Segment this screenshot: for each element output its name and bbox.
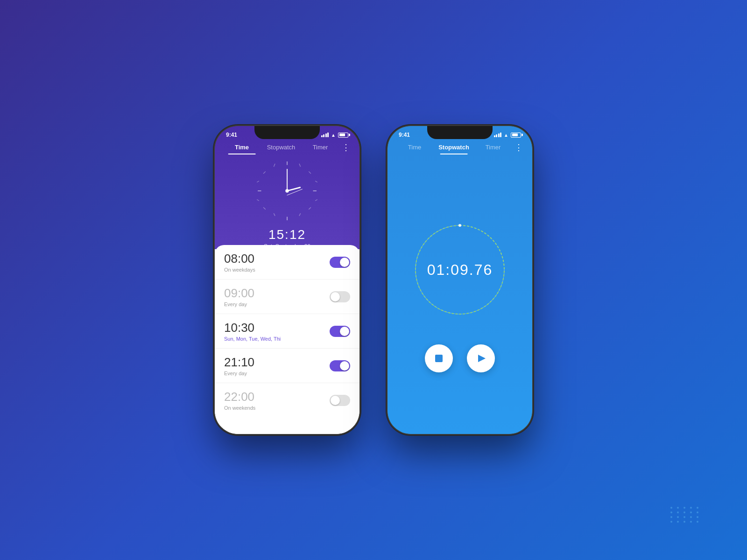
svg-line-4 — [299, 164, 301, 167]
svg-line-11 — [263, 171, 266, 174]
alarm-toggle-2[interactable] — [330, 291, 350, 302]
tab-stopwatch-2[interactable]: Stopwatch — [434, 142, 473, 153]
status-time-2: 9:41 — [399, 132, 410, 138]
alarm-toggle-3[interactable] — [330, 326, 350, 337]
wifi-icon-2: ▲ — [504, 133, 508, 138]
nav-tabs-2: Time Stopwatch Timer ⋮ — [388, 140, 532, 156]
nav-tabs-1: Time Stopwatch Timer ⋮ — [215, 140, 359, 156]
clock-date: Sat, September 26 — [264, 243, 310, 250]
alarm-time-1: 08:00 — [224, 252, 330, 266]
more-menu-2[interactable]: ⋮ — [513, 142, 525, 153]
alarm-time-4: 21:10 — [224, 355, 330, 370]
alarm-days-3: Sun, Mon, Tue, Wed, Thi — [224, 336, 330, 342]
clock-time: 15:12 — [268, 227, 306, 242]
svg-line-6 — [315, 181, 317, 182]
svg-line-10 — [274, 164, 275, 167]
clock-section: 15:12 Sat, September 26 — [215, 156, 359, 250]
tab-timer-1[interactable]: Timer — [301, 142, 340, 153]
alarm-item-3: 10:30 Sun, Mon, Tue, Wed, Thi — [215, 314, 359, 349]
status-bar-2: 9:41 ▲ — [388, 126, 532, 140]
svg-line-13 — [257, 200, 259, 201]
stopwatch-ring-container: 01:09.76 — [409, 218, 511, 321]
phone2: 9:41 ▲ Time Stopwatch — [388, 126, 532, 434]
more-menu-1[interactable]: ⋮ — [340, 142, 352, 153]
alarm-days-5: On weekends — [224, 405, 330, 411]
play-icon — [478, 355, 486, 362]
svg-line-5 — [309, 171, 311, 174]
alarm-time-2: 09:00 — [224, 286, 330, 301]
clock-svg — [215, 156, 359, 225]
status-icons-1: ▲ — [321, 133, 348, 138]
svg-line-12 — [257, 181, 259, 182]
wifi-icon-1: ▲ — [331, 133, 336, 138]
alarm-list: 08:00 On weekdays 09:00 Every day — [215, 245, 359, 434]
tab-time-1[interactable]: Time — [222, 142, 261, 153]
tab-time-2[interactable]: Time — [395, 142, 434, 153]
decorative-dots — [670, 507, 700, 523]
alarm-item-1: 08:00 On weekdays — [215, 245, 359, 280]
phone2-screen: 9:41 ▲ Time Stopwatch — [388, 126, 532, 434]
sw-controls — [425, 344, 495, 372]
svg-line-14 — [263, 207, 266, 210]
phones-container: 9:41 ▲ Time Stopwatch — [215, 126, 532, 434]
alarm-days-4: Every day — [224, 371, 330, 376]
alarm-toggle-1[interactable] — [330, 257, 350, 268]
alarm-days-1: On weekdays — [224, 267, 330, 273]
battery-icon-2 — [511, 133, 521, 138]
svg-line-16 — [287, 188, 300, 191]
tab-timer-2[interactable]: Timer — [473, 142, 513, 153]
battery-icon-1 — [338, 133, 348, 138]
phone1: 9:41 ▲ Time Stopwatch — [215, 126, 359, 434]
svg-line-7 — [315, 200, 317, 201]
svg-point-19 — [285, 189, 289, 192]
signal-icon-1 — [321, 133, 329, 137]
alarm-days-2: Every day — [224, 301, 330, 307]
phone1-screen: 9:41 ▲ Time Stopwatch — [215, 126, 359, 434]
svg-line-9 — [299, 213, 301, 216]
alarm-time-5: 22:00 — [224, 390, 330, 404]
status-icons-2: ▲ — [494, 133, 521, 138]
alarm-item-5: 22:00 On weekends — [215, 383, 359, 417]
status-bar-1: 9:41 ▲ — [215, 126, 359, 140]
alarm-toggle-5[interactable] — [330, 395, 350, 406]
stop-icon — [435, 355, 443, 362]
svg-point-22 — [458, 224, 461, 227]
stopwatch-elapsed: 01:09.76 — [427, 261, 493, 278]
svg-line-15 — [274, 213, 275, 216]
play-button[interactable] — [467, 344, 495, 372]
stop-button[interactable] — [425, 344, 453, 372]
status-time-1: 9:41 — [226, 132, 237, 138]
alarm-time-3: 10:30 — [224, 321, 330, 335]
tab-stopwatch-1[interactable]: Stopwatch — [261, 142, 301, 153]
alarm-toggle-4[interactable] — [330, 360, 350, 371]
svg-line-8 — [309, 207, 311, 210]
alarm-item-4: 21:10 Every day — [215, 349, 359, 383]
alarm-item-2: 09:00 Every day — [215, 280, 359, 314]
signal-icon-2 — [494, 133, 502, 137]
stopwatch-section: 01:09.76 — [388, 156, 532, 434]
